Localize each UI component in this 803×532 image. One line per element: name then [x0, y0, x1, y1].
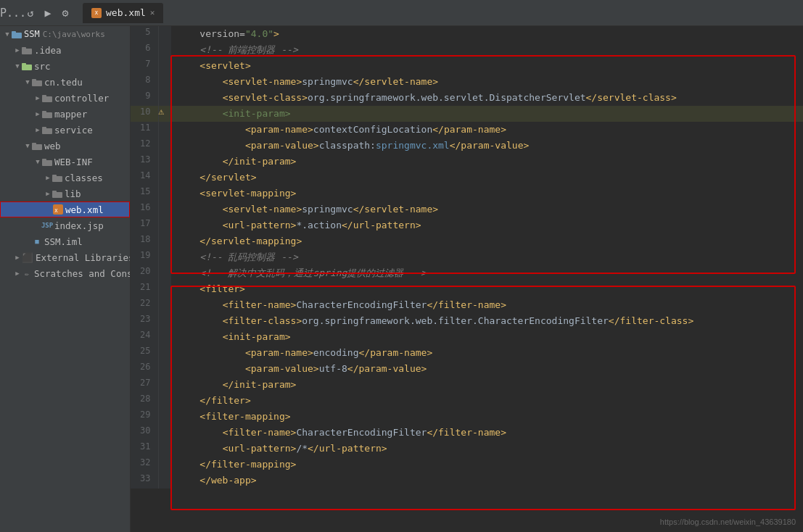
sidebar-item-extlibs[interactable]: ▶ ⬛ External Libraries	[0, 249, 130, 265]
line-num-20: 20	[131, 265, 158, 281]
sidebar-item-src[interactable]: ▼ src	[0, 58, 130, 74]
folder-icon-web	[32, 142, 42, 150]
xml-icon-sidebar: x	[53, 204, 63, 215]
sidebar-item-service[interactable]: ▶ service	[0, 122, 130, 138]
sidebar-item-scratches[interactable]: ▶ ✏ Scratches and Cons	[0, 265, 130, 281]
gutter-29	[158, 409, 171, 425]
run-icon[interactable]: ▶	[41, 6, 55, 20]
line-content-17: <url-pattern>*.action</url-pattern>	[171, 217, 803, 233]
folder-icon-mapper	[42, 110, 52, 118]
sidebar-item-ssmiml[interactable]: ▶ ■ SSM.iml	[0, 233, 130, 249]
folder-icon-src	[22, 62, 32, 70]
code-line-27: 27 </init-param>	[131, 377, 803, 393]
sidebar-label-classes: classes	[65, 173, 103, 183]
line-num-16: 16	[131, 201, 158, 217]
sidebar-label-lib: lib	[65, 188, 81, 199]
sidebar-item-classes[interactable]: ▶ classes	[0, 170, 130, 186]
line-content-25: <param-name>encoding</param-name>	[171, 345, 803, 361]
sidebar-label-web: web	[44, 141, 61, 151]
svg-rect-10	[42, 112, 52, 118]
sidebar-label-ssm: SSM	[24, 29, 40, 39]
tab-web-xml[interactable]: x web.xml ✕	[83, 3, 163, 23]
line-content-19: <!-- 乱码控制器 -->	[171, 249, 803, 265]
expand-arrow-lib: ▶	[44, 189, 52, 198]
sidebar-item-lib[interactable]: ▶ lib	[0, 186, 130, 201]
code-line-9: 9 <servlet-class>org.springframework.web…	[131, 90, 803, 106]
line-num-6: 6	[131, 42, 158, 58]
svg-rect-17	[42, 159, 46, 161]
line-content-5: version="4.0">	[171, 26, 803, 42]
expand-arrow-mapper: ▶	[33, 109, 42, 118]
line-content-23: <filter-class>org.springframework.web.fi…	[171, 313, 803, 329]
gutter-18	[158, 233, 171, 249]
line-num-32: 32	[131, 457, 158, 473]
expand-arrow-webinf: ▼	[33, 157, 42, 166]
sidebar-label-mapper: mapper	[54, 109, 87, 120]
gutter-30	[158, 425, 171, 441]
folder-icon-controller	[42, 94, 52, 102]
tab-close-button[interactable]: ✕	[150, 8, 155, 17]
sidebar-label-webinf: WEB-INF	[54, 157, 93, 167]
line-content-6: <!-- 前端控制器 -->	[171, 42, 803, 58]
sidebar-item-webxml[interactable]: ▶ x web.xml	[0, 201, 130, 217]
sidebar-label-indexjsp: index.jsp	[54, 220, 104, 231]
code-line-17: 17 <url-pattern>*.action</url-pattern>	[131, 217, 803, 233]
gutter-23	[158, 313, 171, 329]
line-num-9: 9	[131, 90, 158, 106]
code-line-20: 20 <!-- 解决中文乱码，通过spring提供的过滤器 -->	[131, 265, 803, 281]
sidebar-label-extlibs: ⬛	[22, 252, 33, 263]
line-content-18: </servlet-mapping>	[171, 233, 803, 249]
line-content-9: <servlet-class>org.springframework.web.s…	[171, 90, 803, 106]
code-line-18: 18 </servlet-mapping>	[131, 233, 803, 249]
sidebar-item-mapper[interactable]: ▶ mapper	[0, 106, 130, 122]
svg-rect-18	[52, 176, 62, 182]
folder-icon-classes	[52, 174, 62, 182]
svg-rect-6	[32, 80, 42, 86]
svg-rect-13	[42, 127, 46, 129]
code-line-23: 23 <filter-class>org.springframework.web…	[131, 313, 803, 329]
code-line-11: 11 <param-name>contextConfigLocation</pa…	[131, 122, 803, 138]
line-num-12: 12	[131, 138, 158, 154]
refresh-icon[interactable]: ↺	[23, 6, 38, 20]
line-num-27: 27	[131, 377, 158, 393]
sidebar-item-idea[interactable]: ▶ .idea	[0, 42, 130, 58]
gutter-14	[158, 170, 171, 186]
line-num-13: 13	[131, 154, 158, 170]
expand-arrow: ▼	[3, 30, 12, 38]
line-num-18: 18	[131, 233, 158, 249]
sidebar-path-ssm: C:\java\works	[43, 30, 105, 39]
svg-rect-14	[32, 144, 42, 150]
line-content-32: </filter-mapping>	[171, 457, 803, 473]
line-content-14: </servlet>	[171, 170, 803, 186]
folder-icon-cntedu	[32, 78, 42, 86]
line-content-7: <servlet>	[171, 58, 803, 74]
gutter-31	[158, 441, 171, 457]
svg-rect-15	[32, 143, 36, 145]
line-num-11: 11	[131, 122, 158, 138]
gutter-26	[158, 361, 171, 377]
sidebar-label-webxml: web.xml	[65, 204, 104, 215]
settings-icon[interactable]: ⚙	[58, 6, 73, 20]
sidebar-item-cntedu[interactable]: ▼ cn.tedu	[0, 74, 130, 90]
gutter-12	[158, 138, 171, 154]
code-line-16: 16 <servlet-name>springmvc</servlet-name…	[131, 201, 803, 217]
project-icon[interactable]: P...	[6, 6, 20, 20]
expand-arrow-service: ▶	[33, 125, 42, 134]
line-content-24: <init-param>	[171, 329, 803, 345]
sidebar-item-ssm[interactable]: ▼ SSM C:\java\works	[0, 26, 130, 42]
sidebar: ▼ SSM C:\java\works ▶ .idea ▼ src	[0, 26, 131, 532]
gutter-11	[158, 122, 171, 138]
jsp-icon: JSP	[42, 220, 52, 230]
code-line-33: 33 </web-app>	[131, 473, 803, 489]
svg-rect-0	[12, 33, 22, 38]
editor-area[interactable]: 5 version="4.0"> 6 <!-- 前端控制器 --> 7 <ser…	[131, 26, 803, 532]
code-line-19: 19 <!-- 乱码控制器 -->	[131, 249, 803, 265]
sidebar-item-webinf[interactable]: ▼ WEB-INF	[0, 154, 130, 170]
svg-rect-21	[52, 191, 57, 193]
code-line-26: 26 <param-value>utf-8</param-value>	[131, 361, 803, 377]
sidebar-item-controller[interactable]: ▶ controller	[0, 90, 130, 106]
sidebar-item-web[interactable]: ▼ web	[0, 138, 130, 154]
sidebar-item-indexjsp[interactable]: ▶ JSP index.jsp	[0, 217, 130, 233]
sidebar-label-service: service	[54, 125, 93, 136]
code-line-29: 29 <filter-mapping>	[131, 409, 803, 425]
